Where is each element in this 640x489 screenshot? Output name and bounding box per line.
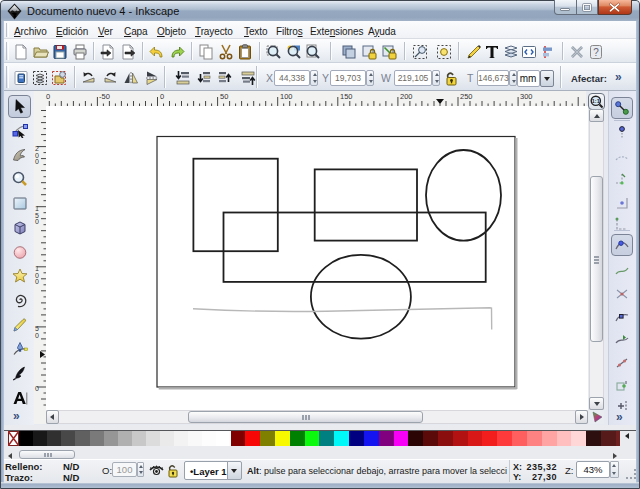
svg-text:?: ?: [593, 47, 599, 58]
svg-text:1:1: 1:1: [592, 98, 600, 104]
